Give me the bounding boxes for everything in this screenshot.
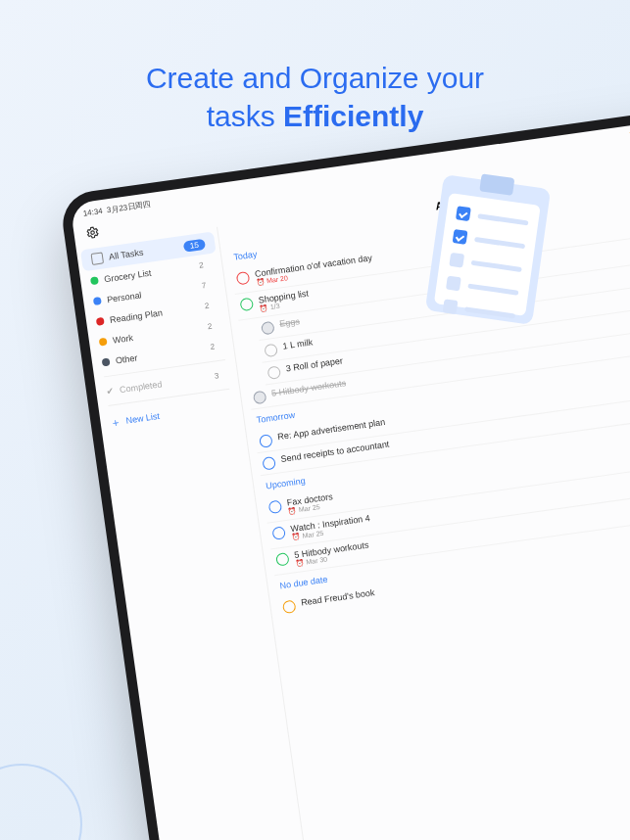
task-checkbox[interactable] — [275, 552, 290, 567]
decor-circle — [0, 764, 82, 840]
svg-point-0 — [91, 231, 95, 235]
task-checkbox[interactable] — [262, 456, 276, 471]
list-color-dot — [90, 276, 99, 285]
clipboard-illustration — [425, 174, 551, 325]
task-checkbox[interactable] — [259, 434, 273, 448]
task-checkbox[interactable] — [264, 344, 278, 358]
task-checkbox[interactable] — [239, 298, 254, 312]
task-checkbox[interactable] — [261, 321, 275, 336]
list-color-dot — [93, 297, 102, 305]
plus-icon: ＋ — [110, 417, 121, 428]
task-checkbox[interactable] — [271, 526, 286, 540]
app-screen: 14:34 3月23日周四 📶 ⚡ 43% 🔋 All Tasks 15 Gro… — [70, 117, 630, 840]
task-checkbox[interactable] — [236, 271, 251, 286]
settings-icon[interactable] — [85, 225, 101, 243]
inbox-icon — [91, 252, 105, 265]
task-checkbox[interactable] — [268, 500, 283, 515]
task-checkbox[interactable] — [253, 391, 267, 405]
list-color-dot — [99, 337, 108, 346]
task-checkbox[interactable] — [267, 365, 281, 380]
task-checkbox[interactable] — [282, 600, 297, 615]
marketing-headline: Create and Organize your tasks Efficient… — [0, 59, 630, 135]
list-color-dot — [96, 316, 105, 325]
list-color-dot — [102, 357, 111, 366]
